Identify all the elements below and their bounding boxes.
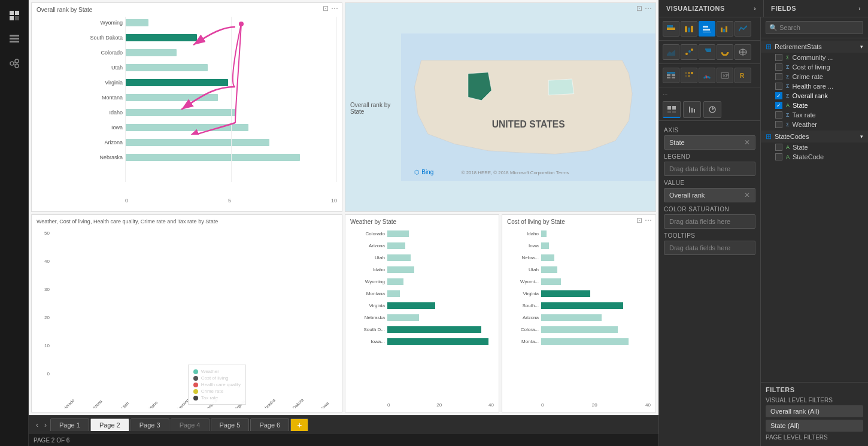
page-tab-3[interactable]: Page 3 xyxy=(130,418,169,431)
svg-rect-40 xyxy=(691,72,693,74)
svg-rect-49 xyxy=(667,111,671,113)
field-check[interactable] xyxy=(775,111,782,119)
chart-more-icon[interactable]: ⋯ xyxy=(645,4,652,13)
viz-bar-chart[interactable] xyxy=(699,21,715,37)
field-health-care[interactable]: Σ Health care ... xyxy=(761,81,868,91)
viz-map[interactable] xyxy=(735,44,751,60)
legend-tax: Tax rate xyxy=(193,395,241,401)
field-check[interactable] xyxy=(775,153,782,160)
page-tab-6[interactable]: Page 6 xyxy=(250,418,289,431)
field-check[interactable] xyxy=(775,121,782,128)
field-check[interactable] xyxy=(775,83,782,90)
field-state[interactable]: ✓ A State xyxy=(761,101,868,110)
chart-focus-icon[interactable]: ⊡ xyxy=(636,4,642,13)
viz-line-chart[interactable] xyxy=(735,21,751,37)
viz-more-btn[interactable]: ... xyxy=(659,87,760,99)
viz-matrix[interactable] xyxy=(681,68,697,83)
field-check[interactable] xyxy=(775,73,782,80)
svg-rect-17 xyxy=(685,26,687,32)
field-check-on[interactable]: ✓ xyxy=(775,92,782,99)
field-type-abc: A xyxy=(786,144,790,150)
expand-icon[interactable]: ⊡ xyxy=(636,216,642,224)
viz-donut[interactable] xyxy=(717,44,733,60)
value-field[interactable]: Overall rank ✕ xyxy=(664,188,755,202)
viz-clustered-bar[interactable] xyxy=(681,21,697,37)
field-overall-rank[interactable]: ✓ Σ Overall rank xyxy=(761,91,868,101)
group-chevron: ▾ xyxy=(860,134,863,139)
visualizations-tab[interactable]: VISUALIZATIONS › xyxy=(659,0,764,17)
viz-stacked-bar[interactable] xyxy=(663,21,679,37)
viz-scatter[interactable] xyxy=(681,44,697,60)
tooltips-drop[interactable]: Drag data fields here xyxy=(664,241,755,255)
viz-icons-row1 xyxy=(659,17,760,41)
axis-remove-btn[interactable]: ✕ xyxy=(744,138,750,147)
page-next-btn[interactable]: › xyxy=(42,421,49,429)
filter-state[interactable]: State (All) xyxy=(766,420,863,432)
field-tax-rate[interactable]: Σ Tax rate xyxy=(761,110,868,120)
viz-pie[interactable] xyxy=(699,44,715,60)
color-sat-drop[interactable]: Drag data fields here xyxy=(664,214,755,229)
chart-map: Overall rank by State ⊡ ⋯ xyxy=(345,2,656,212)
fields-search-input[interactable] xyxy=(766,21,863,34)
field-community[interactable]: Σ Community ... xyxy=(761,53,868,62)
viz-fields-icon[interactable] xyxy=(663,101,681,118)
viz-clustered-col[interactable] xyxy=(717,21,733,37)
table-row: Idaho xyxy=(80,107,337,119)
canvas-area: Overall rank by State ⊡ ⋯ Wyoming South xyxy=(29,0,658,415)
filter-overall-rank[interactable]: Overall rank (All) xyxy=(766,405,863,417)
svg-rect-25 xyxy=(726,26,727,32)
field-type-sigma: Σ xyxy=(786,83,790,89)
svg-rect-2 xyxy=(10,16,14,20)
svg-rect-23 xyxy=(721,28,723,32)
viz-area-chart[interactable] xyxy=(663,44,679,60)
data-view-icon[interactable] xyxy=(4,29,25,50)
field-check-on[interactable]: ✓ xyxy=(775,102,782,109)
bar-label: South Dakota xyxy=(80,35,123,41)
axis-value-field[interactable]: State ✕ xyxy=(664,135,755,150)
table-row: Wyoming xyxy=(80,17,337,29)
field-group-header-retirement[interactable]: ⊞ RetirementStats ▾ xyxy=(761,41,868,53)
fields-tab[interactable]: FIELDS › xyxy=(764,0,868,17)
svg-rect-48 xyxy=(672,106,676,110)
field-cost-living[interactable]: Σ Cost of living xyxy=(761,62,868,72)
page-tab-5[interactable]: Page 5 xyxy=(211,418,250,431)
add-page-btn[interactable]: + xyxy=(290,418,308,431)
viz-table[interactable] xyxy=(663,68,679,83)
status-text: PAGE 2 OF 6 xyxy=(34,437,69,444)
chart-focus-icon[interactable]: ⊡ xyxy=(323,4,329,13)
viz-card[interactable]: KPI xyxy=(717,68,733,83)
main-content: Overall rank by State ⊡ ⋯ Wyoming South xyxy=(29,0,658,446)
field-check[interactable] xyxy=(775,144,782,151)
more-icon[interactable]: ⋯ xyxy=(645,216,652,224)
viz-r-visual[interactable]: R xyxy=(735,68,751,83)
field-group-header-statecodes[interactable]: ⊞ StateCodes ▾ xyxy=(761,131,868,142)
svg-rect-6 xyxy=(10,41,19,43)
field-statecode[interactable]: A StateCode xyxy=(761,152,868,162)
top-left-bar-chart: Wyoming South Dakota Colorado Utah xyxy=(32,14,342,205)
svg-rect-33 xyxy=(667,72,675,74)
field-check[interactable] xyxy=(775,54,782,61)
field-check[interactable] xyxy=(775,63,782,71)
bar-label: Virginia xyxy=(80,80,123,86)
page-tab-2[interactable]: Page 2 xyxy=(90,418,129,431)
chart-top-left: Overall rank by State ⊡ ⋯ Wyoming South xyxy=(31,2,342,212)
chart-more-icon[interactable]: ⋯ xyxy=(331,4,338,13)
page-prev-btn[interactable]: ‹ xyxy=(34,421,41,429)
page-tab-1[interactable]: Page 1 xyxy=(50,418,89,431)
legend-drop-zone[interactable]: Drag data fields here xyxy=(664,162,755,176)
report-view-icon[interactable] xyxy=(4,5,25,26)
viz-icons-row3: KPI R xyxy=(659,64,760,87)
viz-analytics-icon[interactable] xyxy=(703,101,721,118)
value-remove-btn[interactable]: ✕ xyxy=(744,191,750,199)
field-statecodes-state[interactable]: A State xyxy=(761,142,868,152)
model-view-icon[interactable] xyxy=(4,53,25,74)
field-crime-rate[interactable]: Σ Crime rate xyxy=(761,72,868,81)
viz-format-icon[interactable] xyxy=(683,101,701,118)
page-filters-label: Page level filters xyxy=(766,434,863,441)
viz-gauge[interactable] xyxy=(699,68,715,83)
chart-grid: Overall rank by State ⊡ ⋯ Wyoming South xyxy=(29,0,658,415)
table-row: Iowa xyxy=(80,122,337,134)
field-weather[interactable]: Σ Weather xyxy=(761,120,868,129)
field-group-retirementstats: ⊞ RetirementStats ▾ Σ Community ... Σ Co… xyxy=(761,41,868,129)
page-tab-4[interactable]: Page 4 xyxy=(171,418,210,431)
